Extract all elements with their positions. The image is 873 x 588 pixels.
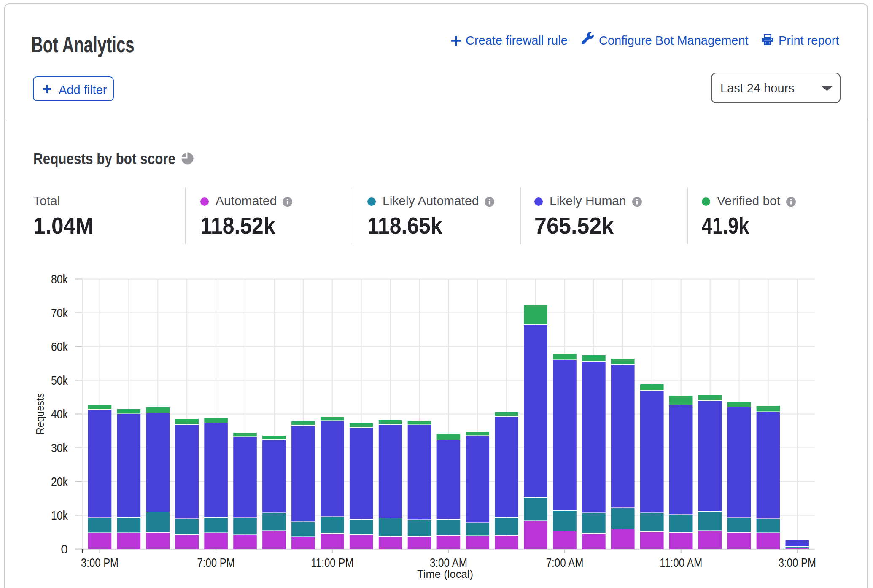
svg-text:50k: 50k bbox=[51, 373, 68, 387]
svg-text:Time (local): Time (local) bbox=[417, 568, 473, 580]
svg-text:11:00 AM: 11:00 AM bbox=[660, 556, 702, 569]
svg-text:20k: 20k bbox=[51, 475, 68, 488]
svg-text:0: 0 bbox=[61, 542, 68, 556]
svg-text:7:00 AM: 7:00 AM bbox=[546, 556, 584, 569]
svg-text:10k: 10k bbox=[51, 508, 68, 522]
svg-text:30k: 30k bbox=[51, 441, 68, 455]
svg-text:40k: 40k bbox=[51, 407, 68, 421]
svg-text:3:00 PM: 3:00 PM bbox=[81, 556, 119, 569]
svg-text:60k: 60k bbox=[51, 340, 68, 353]
svg-text:3:00 PM: 3:00 PM bbox=[779, 556, 816, 569]
svg-text:70k: 70k bbox=[51, 306, 68, 320]
svg-text:7:00 PM: 7:00 PM bbox=[197, 556, 235, 569]
svg-text:80k: 80k bbox=[51, 272, 68, 286]
svg-text:Requests: Requests bbox=[34, 393, 46, 434]
svg-text:11:00 PM: 11:00 PM bbox=[311, 556, 353, 569]
